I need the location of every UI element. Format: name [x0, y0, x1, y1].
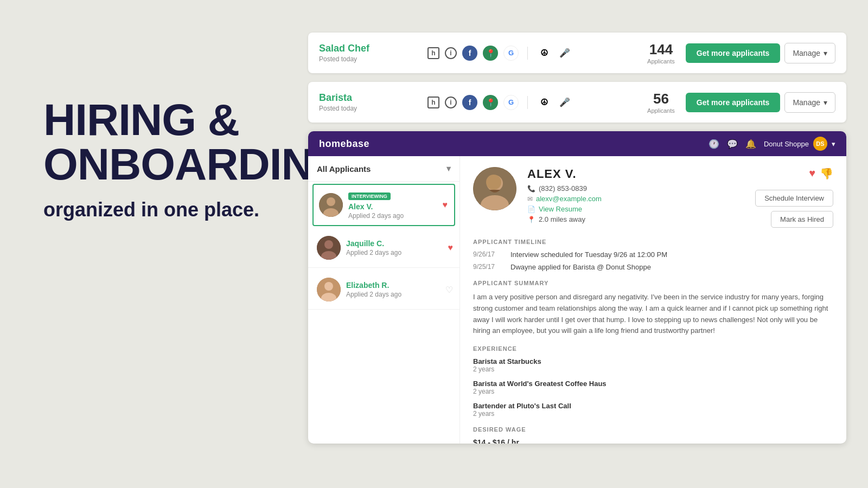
homebase-panel: homebase 🕐 💬 🔔 Donut Shoppe DS ▾ All App… [308, 131, 846, 444]
platform-google-icon-2[interactable]: G [503, 95, 519, 110]
applicant-name-jaquille: Jaquille C. [346, 239, 451, 248]
hero-subtitle: organized in one place. [43, 197, 304, 223]
applicant-label-2: Applicants [647, 107, 675, 114]
contact-resume-row: 📄 View Resume [527, 205, 744, 213]
detail-actions: ♥ 👎 Schedule Interview Mark as Hired [755, 167, 833, 228]
mark-hired-button[interactable]: Mark as Hired [771, 211, 833, 228]
homebase-nav-icons: 🕐 💬 🔔 Donut Shoppe DS ▾ [709, 137, 835, 151]
platform-google-icon-1[interactable]: G [503, 46, 519, 61]
detail-avatar-alex [473, 167, 516, 210]
timeline-date-0: 9/26/17 [473, 251, 503, 259]
detail-info: ALEX V. 📞 (832) 853-0839 ✉ alexv@example… [527, 167, 744, 226]
detail-contact: 📞 (832) 853-0839 ✉ alexv@example.com 📄 V… [527, 184, 744, 223]
experience-title-1: Barista at World's Greatest Coffee Haus [473, 380, 833, 388]
all-applicants-label: All Applicants [317, 164, 371, 174]
user-chevron: ▾ [832, 140, 835, 148]
experience-list: Barista at Starbucks 2 years Barista at … [473, 357, 833, 418]
platform-peace-icon-1[interactable]: ☮ [537, 46, 552, 61]
phone-icon: 📞 [527, 185, 535, 192]
applicant-item-alex[interactable]: INTERVIEWING Alex V. Applied 2 days ago … [312, 184, 455, 226]
wage-value: $14 - $16 / hr [473, 438, 833, 444]
platform-i-icon-1[interactable]: i [445, 47, 457, 59]
schedule-interview-button[interactable]: Schedule Interview [755, 190, 833, 207]
manage-chevron-2: ▾ [824, 98, 827, 107]
get-more-applicants-btn-2[interactable]: Get more applicants [686, 93, 781, 112]
detail-header: ALEX V. 📞 (832) 853-0839 ✉ alexv@example… [473, 167, 833, 228]
applicant-detail: ALEX V. 📞 (832) 853-0839 ✉ alexv@example… [460, 156, 846, 444]
like-button[interactable]: ♥ [809, 167, 815, 180]
platform-peace-icon-2[interactable]: ☮ [537, 95, 552, 110]
status-badge-alex: INTERVIEWING [348, 192, 391, 200]
platform-h-icon-2[interactable]: h [427, 97, 439, 108]
applicant-name-elizabeth: Elizabeth R. [346, 281, 451, 290]
job-card-title-section-1: Salad Chef Posted today [319, 43, 417, 63]
platform-mic-icon-1[interactable]: 🎤 [557, 46, 572, 61]
timeline-date-1: 9/25/17 [473, 263, 503, 271]
homebase-header: homebase 🕐 💬 🔔 Donut Shoppe DS ▾ [308, 131, 846, 156]
avatar-elizabeth [317, 278, 341, 301]
bell-icon[interactable]: 🔔 [745, 139, 756, 149]
job-title-1: Salad Chef [319, 43, 417, 54]
platform-pin-icon-2[interactable]: 📍 [483, 95, 498, 110]
user-menu[interactable]: Donut Shoppe DS ▾ [764, 137, 835, 151]
applicant-item-elizabeth[interactable]: Elizabeth R. Applied 2 days ago ♡ [308, 270, 459, 310]
timeline-text-1: Dwayne applied for Barista @ Donut Shopp… [510, 263, 651, 271]
applicant-label-1: Applicants [647, 58, 675, 65]
applicants-list: All Applicants ▾ INTERVIEWING Alex [308, 156, 460, 444]
platform-pin-icon-1[interactable]: 📍 [483, 46, 498, 61]
platform-h-icon-1[interactable]: h [427, 47, 439, 59]
clock-icon[interactable]: 🕐 [709, 139, 719, 149]
svg-point-1 [327, 197, 335, 206]
svg-point-4 [324, 240, 333, 249]
hero-title: HIRING & ONBOARDING [43, 98, 304, 187]
timeline-text-0: Interview scheduled for Tuesday 9/26 at … [510, 251, 667, 259]
job-posted-2: Posted today [319, 105, 417, 112]
dislike-button[interactable]: 👎 [820, 167, 833, 180]
filter-icon[interactable]: ▾ [446, 164, 451, 174]
experience-title-2: Bartender at Pluto's Last Call [473, 402, 833, 410]
experience-years-2: 2 years [473, 410, 833, 418]
experience-title-0: Barista at Starbucks [473, 357, 833, 365]
platform-facebook-icon-2[interactable]: f [462, 95, 477, 110]
platform-facebook-icon-1[interactable]: f [462, 46, 477, 61]
applicant-info-alex: INTERVIEWING Alex V. Applied 2 days ago [348, 190, 449, 220]
get-more-applicants-btn-1[interactable]: Get more applicants [686, 43, 781, 63]
timeline-item-1: 9/25/17 Dwayne applied for Barista @ Don… [473, 263, 833, 271]
contact-phone: (832) 853-0839 [539, 184, 587, 192]
applicant-item-jaquille[interactable]: Jaquille C. Applied 2 days ago ♥ [308, 228, 459, 268]
favorite-elizabeth[interactable]: ♡ [445, 285, 453, 295]
right-section: Salad Chef Posted today h i f 📍 G ☮ 🎤 14… [297, 0, 868, 488]
email-icon: ✉ [527, 195, 533, 203]
job-platforms-1: h i f 📍 G ☮ 🎤 [417, 46, 636, 61]
contact-resume[interactable]: View Resume [539, 205, 582, 213]
manage-chevron-1: ▾ [824, 49, 827, 57]
experience-section-title: EXPERIENCE [473, 345, 833, 352]
experience-item-2: Bartender at Pluto's Last Call 2 years [473, 402, 833, 418]
timeline: 9/26/17 Interview scheduled for Tuesday … [473, 251, 833, 271]
manage-btn-2[interactable]: Manage ▾ [784, 92, 835, 113]
manage-btn-1[interactable]: Manage ▾ [784, 43, 835, 63]
contact-email[interactable]: alexv@example.com [536, 195, 602, 203]
applicant-info-elizabeth: Elizabeth R. Applied 2 days ago [346, 281, 451, 298]
favorite-jaquille[interactable]: ♥ [448, 243, 454, 253]
user-avatar: DS [813, 137, 827, 151]
action-icons: ♥ 👎 [809, 167, 833, 180]
detail-name: ALEX V. [527, 167, 744, 181]
platform-mic-icon-2[interactable]: 🎤 [557, 95, 572, 110]
favorite-alex[interactable]: ♥ [443, 200, 448, 210]
job-card-salad-chef: Salad Chef Posted today h i f 📍 G ☮ 🎤 14… [308, 33, 846, 73]
applicant-count-1: 144 Applicants [647, 41, 675, 65]
wage-section-title: DESIRED WAGE [473, 426, 833, 433]
homebase-logo: homebase [319, 138, 369, 150]
chat-icon[interactable]: 💬 [727, 139, 738, 149]
platform-i-icon-2[interactable]: i [445, 97, 457, 108]
divider-1 [527, 47, 528, 60]
contact-phone-row: 📞 (832) 853-0839 [527, 184, 744, 192]
job-card-barista: Barista Posted today h i f 📍 G ☮ 🎤 56 Ap… [308, 82, 846, 123]
job-card-title-section-2: Barista Posted today [319, 92, 417, 112]
avatar-jaquille [317, 236, 341, 260]
timeline-section-title: APPLICANT TIMELINE [473, 239, 833, 245]
applicant-count-2: 56 Applicants [647, 91, 675, 114]
panel-body: All Applicants ▾ INTERVIEWING Alex [308, 156, 846, 444]
avatar-alex [319, 193, 343, 217]
